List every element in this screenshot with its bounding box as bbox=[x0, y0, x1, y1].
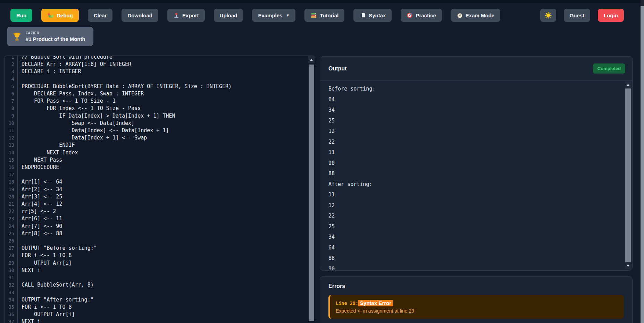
output-line: 34 bbox=[328, 232, 617, 243]
tutorial-button[interactable]: Tutorial bbox=[304, 9, 344, 22]
code-text: UTPUT Arr[i] bbox=[18, 260, 72, 267]
code-line[interactable]: 5 PROCEDURE BubbleSort(BYREF Data : ARRA… bbox=[5, 83, 315, 90]
code-line[interactable]: 16 ENDPROCEDURE bbox=[5, 164, 315, 171]
code-line[interactable]: 7 FOR Pass <-- 1 TO Size - 1 bbox=[5, 97, 315, 105]
debug-button[interactable]: Debug bbox=[41, 9, 79, 22]
output-line: 90 bbox=[328, 264, 617, 271]
code-text: FOR Index <-- 1 TO Size - Pass bbox=[18, 105, 141, 112]
code-line[interactable]: 23 Arr[6] <-- 11 bbox=[5, 215, 315, 222]
upload-label: Upload bbox=[220, 12, 237, 18]
code-line[interactable]: 18 Arr[1] <-- 64 bbox=[5, 178, 315, 186]
status-badge: Completed bbox=[593, 63, 625, 74]
code-line[interactable]: 21 Arr[4] <-- 12 bbox=[5, 201, 315, 208]
examples-dropdown-button[interactable]: Examples ▼ bbox=[252, 9, 295, 22]
code-line[interactable]: 31 bbox=[5, 274, 315, 281]
code-text: OUTPUT Arr[i] bbox=[18, 311, 75, 318]
code-text: FOR i <-- 1 TO 8 bbox=[18, 304, 72, 311]
code-line[interactable]: 3 DECLARE i : INTEGER bbox=[5, 68, 315, 75]
code-line[interactable]: 34 OUTPUT "After sorting:" bbox=[5, 296, 315, 304]
code-line[interactable]: 33 bbox=[5, 289, 315, 296]
code-line[interactable]: 2 DECLARE Arr : ARRAY[1:8] OF INTEGER bbox=[5, 61, 315, 68]
code-line[interactable]: 13 ENDIF bbox=[5, 142, 315, 149]
code-line[interactable]: 6 DECLARE Pass, Index, Swap : INTEGER bbox=[5, 90, 315, 97]
clear-button[interactable]: Clear bbox=[88, 9, 113, 22]
code-text: DECLARE Pass, Index, Swap : INTEGER bbox=[18, 90, 144, 97]
download-label: Download bbox=[127, 12, 152, 18]
page-scrollbar[interactable] bbox=[641, 0, 644, 323]
line-number: 2 bbox=[5, 61, 18, 68]
export-button[interactable]: Export bbox=[167, 9, 205, 22]
scroll-up-button[interactable] bbox=[625, 81, 631, 88]
output-line: Before sorting: bbox=[328, 84, 617, 94]
scroll-down-button[interactable] bbox=[625, 262, 631, 269]
code-line[interactable]: 29 UTPUT Arr[i] bbox=[5, 260, 315, 267]
output-panel: Output Completed Before sorting: 64 34 2… bbox=[320, 56, 633, 271]
errors-title: Errors bbox=[320, 277, 632, 295]
code-line[interactable]: 27 OUTPUT "Before sorting:" bbox=[5, 245, 315, 252]
code-line[interactable]: 12 Data[Index + 1] <-- Swap bbox=[5, 134, 315, 142]
caret-down-icon: ▼ bbox=[286, 13, 290, 17]
output-scrollbar[interactable] bbox=[625, 81, 631, 269]
line-number: 25 bbox=[5, 230, 18, 237]
guest-label: Guest bbox=[570, 12, 585, 18]
code-line[interactable]: 24 Arr[7] <-- 90 bbox=[5, 223, 315, 230]
line-number: 21 bbox=[5, 201, 18, 208]
code-line[interactable]: 10 Swap <-- Data[Index] bbox=[5, 120, 315, 127]
error-message: Expected <- in assignment at line 29 bbox=[336, 308, 618, 314]
code-text: Arr[2] <-- 34 bbox=[18, 186, 62, 193]
code-line[interactable]: 17 bbox=[5, 171, 315, 178]
code-line[interactable]: 37 NEXT i bbox=[5, 318, 315, 323]
exam-mode-button[interactable]: Exam Mode bbox=[451, 9, 500, 22]
open-book-icon bbox=[359, 12, 366, 18]
run-label: Run bbox=[16, 12, 26, 18]
syntax-label: Syntax bbox=[369, 12, 386, 18]
theme-toggle-button[interactable] bbox=[540, 9, 556, 22]
code-editor[interactable]: 1 // Bubble Sort with procedure 2 DECLAR… bbox=[4, 56, 315, 323]
output-scrollbar-thumb[interactable] bbox=[625, 88, 631, 262]
code-line[interactable]: 28 FOR i <-- 1 TO 8 bbox=[5, 252, 315, 259]
line-number: 4 bbox=[5, 76, 18, 83]
toolbar: Run Debug Clear Download Export bbox=[10, 9, 624, 22]
run-button[interactable]: Run bbox=[10, 9, 32, 22]
guest-button[interactable]: Guest bbox=[564, 9, 591, 22]
code-line[interactable]: 9 IF Data[Index] > Data[Index + 1] THEN bbox=[5, 112, 315, 120]
line-number: 8 bbox=[5, 105, 18, 112]
code-line[interactable]: 36 OUTPUT Arr[i] bbox=[5, 311, 315, 318]
code-line[interactable]: 15 NEXT Pass bbox=[5, 156, 315, 164]
syntax-button[interactable]: Syntax bbox=[353, 9, 392, 22]
line-number: 16 bbox=[5, 164, 18, 171]
practice-button[interactable]: Practice bbox=[401, 9, 442, 22]
code-line[interactable]: 20 Arr[3] <-- 25 bbox=[5, 193, 315, 201]
code-line[interactable]: 14 NEXT Index bbox=[5, 149, 315, 156]
code-text: DECLARE Arr : ARRAY[1:8] OF INTEGER bbox=[18, 61, 131, 68]
code-text: PROCEDURE BubbleSort(BYREF Data : ARRAY … bbox=[18, 83, 232, 90]
line-number: 7 bbox=[5, 97, 18, 105]
code-line[interactable]: 32 CALL BubbleSort(Arr, 8) bbox=[5, 281, 315, 289]
code-text: CALL BubbleSort(Arr, 8) bbox=[18, 281, 94, 289]
code-line[interactable]: 30 NEXT i bbox=[5, 267, 315, 274]
code-line[interactable]: 11 Data[Index] <-- Data[Index + 1] bbox=[5, 127, 315, 134]
code-line[interactable]: 19 Arr[2] <-- 34 bbox=[5, 186, 315, 193]
code-line[interactable]: 8 FOR Index <-- 1 TO Size - Pass bbox=[5, 105, 315, 112]
code-line[interactable]: 25 Arr[8] <-- 88 bbox=[5, 230, 315, 237]
upload-button[interactable]: Upload bbox=[214, 9, 243, 22]
line-number: 36 bbox=[5, 311, 18, 318]
editor-scrollbar-thumb[interactable] bbox=[309, 65, 314, 321]
code-line[interactable]: 1 // Bubble Sort with procedure bbox=[5, 56, 315, 61]
code-line[interactable]: 26 bbox=[5, 237, 315, 245]
scroll-up-button[interactable] bbox=[308, 56, 315, 63]
line-number: 31 bbox=[5, 274, 18, 281]
code-text: FOR i <-- 1 TO 8 bbox=[18, 252, 72, 259]
code-line[interactable]: 4 bbox=[5, 76, 315, 83]
login-button[interactable]: Login bbox=[598, 9, 624, 22]
stopwatch-icon bbox=[457, 12, 463, 18]
editor-scrollbar[interactable] bbox=[308, 56, 315, 323]
line-number: 29 bbox=[5, 260, 18, 267]
code-text bbox=[18, 171, 22, 178]
fazier-promo-badge[interactable]: FAZIER #1 Product of the Month bbox=[7, 27, 93, 46]
page-scrollbar-thumb[interactable] bbox=[641, 6, 644, 323]
code-line[interactable]: 35 FOR i <-- 1 TO 8 bbox=[5, 304, 315, 311]
code-text: IF Data[Index] > Data[Index + 1] THEN bbox=[18, 112, 175, 120]
download-button[interactable]: Download bbox=[122, 9, 158, 22]
code-line[interactable]: 22 rr[5] <-- 2 bbox=[5, 208, 315, 215]
